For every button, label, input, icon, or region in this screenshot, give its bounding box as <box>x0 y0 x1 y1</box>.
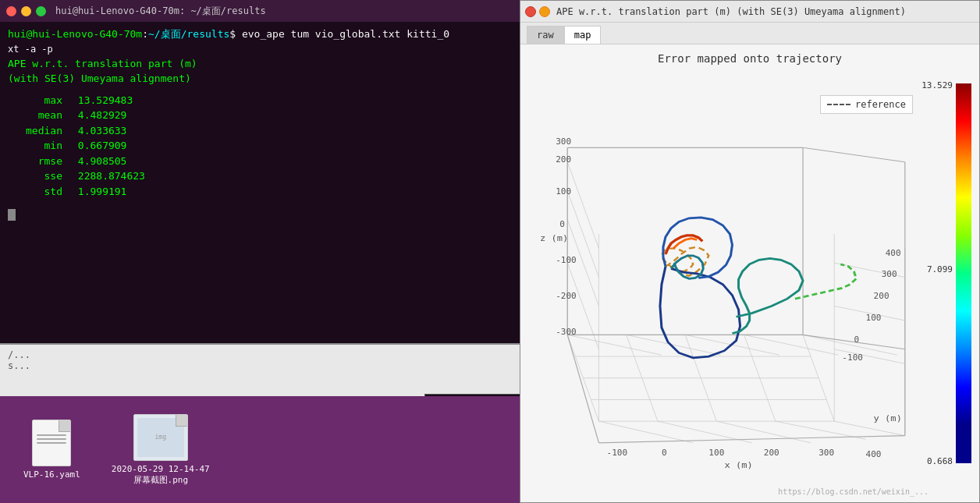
z-tick-neg200: -200 <box>556 292 577 301</box>
png-file-icon: img <box>133 414 188 461</box>
colorbar-mid-label: 7.099 <box>927 264 953 275</box>
stat-max-label: max <box>8 93 62 108</box>
plot-minimize-button[interactable] <box>539 6 550 17</box>
box-outline <box>567 147 905 443</box>
x-tick-100: 100 <box>708 448 724 458</box>
maximize-button[interactable] <box>36 6 46 16</box>
y-tick-200: 200 <box>874 292 889 301</box>
stat-sse-label: sse <box>8 168 62 184</box>
z-tick-300: 300 <box>556 136 571 146</box>
stat-std-label: std <box>8 184 62 200</box>
ape-header1: APE w.r.t. translation part (m) <box>8 56 513 72</box>
plot-chart-title: Error mapped onto trajectory <box>658 52 842 65</box>
stat-min-label: min <box>8 138 62 154</box>
grid-right <box>834 234 905 436</box>
grid-left <box>567 147 598 421</box>
y-tick-400: 400 <box>886 248 901 257</box>
trajectory-plot: -100 0 100 200 300 400 -100 0 100 200 30… <box>536 76 929 479</box>
y-tick-300: 300 <box>882 270 897 279</box>
plot-tabs: raw map <box>520 23 979 44</box>
z-tick-0: 0 <box>559 219 565 228</box>
prompt-path: ~/桌面/results <box>148 28 229 40</box>
x-axis-label: x (m) <box>724 460 752 470</box>
png-preview: img <box>137 418 184 457</box>
terminal-titlebar: hui@hui-Lenovo-G40-70m: ~/桌面/results <box>0 0 521 22</box>
stat-sse-value: 2288.874623 <box>78 170 145 182</box>
x-tick-200: 200 <box>764 448 779 458</box>
terminal-lower-area: /...s... <box>0 343 521 398</box>
z-tick-neg100: -100 <box>556 255 577 264</box>
trajectory-green <box>795 264 856 299</box>
prompt-user: hui@hui-Lenovo-G40-70m <box>8 28 142 40</box>
yaml-file-lines <box>37 434 66 446</box>
svg-line-10 <box>598 421 693 443</box>
watermark: https://blog.csdn.net/weixin_... <box>778 487 929 496</box>
minimize-button[interactable] <box>21 6 31 16</box>
terminal-title: hui@hui-Lenovo-G40-70m: ~/桌面/results <box>55 5 266 18</box>
close-button[interactable] <box>6 6 16 16</box>
stat-max: max 13.529483 <box>8 93 513 108</box>
stat-median: median 4.033633 <box>8 123 513 139</box>
y-tick-0: 0 <box>854 335 859 344</box>
stat-rmse: rmse 4.908505 <box>8 154 513 169</box>
stat-median-value: 4.033633 <box>78 125 127 136</box>
plot-body: Error mapped onto trajectory reference 1… <box>520 44 979 502</box>
trajectory-right <box>733 258 804 333</box>
colorbar-min-label: 0.668 <box>927 456 953 466</box>
cmd-continuation: xt -a -p <box>8 42 513 56</box>
desktop-area: VLP-16.yaml img 2020-05-29 12-14-47 屏幕截图… <box>0 396 521 503</box>
tab-raw[interactable]: raw <box>527 26 564 44</box>
lower-text: /...s... <box>0 345 521 376</box>
stat-min: min 0.667909 <box>8 138 513 154</box>
yaml-file-icon <box>32 420 71 466</box>
x-tick-neg100: -100 <box>607 448 628 458</box>
svg-line-25 <box>567 162 598 249</box>
tab-map[interactable]: map <box>564 26 602 44</box>
cursor <box>8 209 16 221</box>
stat-mean: mean 4.482929 <box>8 108 513 123</box>
svg-line-16 <box>627 335 721 355</box>
y-tick-neg100: -100 <box>842 352 863 362</box>
stat-rmse-value: 4.908505 <box>78 155 127 167</box>
desktop-icon-png[interactable]: img 2020-05-29 12-14-47 屏幕截图.png <box>112 414 210 486</box>
svg-line-15 <box>567 335 662 355</box>
stat-max-value: 13.529483 <box>78 94 133 106</box>
terminal-prompt-line: hui@hui-Lenovo-G40-70m:~/桌面/results$ evo… <box>8 27 513 42</box>
stat-std-value: 1.999191 <box>78 186 127 197</box>
stat-mean-value: 4.482929 <box>78 109 127 121</box>
x-tick-400: 400 <box>866 450 882 459</box>
stat-median-label: median <box>8 123 62 139</box>
plot-titlebar: APE w.r.t. translation part (m) (with SE… <box>520 1 979 23</box>
terminal-window: hui@hui-Lenovo-G40-70m: ~/桌面/results hui… <box>0 0 521 398</box>
stat-min-value: 0.667909 <box>78 140 127 151</box>
command-text: evo_ape tum vio_global.txt kitti_0 <box>242 28 449 40</box>
svg-line-39 <box>567 335 598 442</box>
terminal-body: hui@hui-Lenovo-G40-70m:~/桌面/results$ evo… <box>0 22 521 398</box>
plot-close-button[interactable] <box>525 6 536 17</box>
z-tick-100: 100 <box>556 187 571 197</box>
z-tick-neg300: -300 <box>556 328 577 337</box>
stat-std: std 1.999191 <box>8 184 513 200</box>
y-tick-100: 100 <box>866 313 882 322</box>
plot-window: APE w.r.t. translation part (m) (with SE… <box>520 0 980 503</box>
z-axis-label: z (m) <box>540 233 568 243</box>
stat-sse: sse 2288.874623 <box>8 168 513 184</box>
x-tick-0: 0 <box>662 448 667 458</box>
yaml-icon-label: VLP-16.yaml <box>23 469 80 480</box>
stat-rmse-label: rmse <box>8 154 62 169</box>
grid-bottom <box>567 335 905 442</box>
z-tick-200: 200 <box>556 154 571 164</box>
svg-line-35 <box>803 147 905 161</box>
desktop-icon-yaml[interactable]: VLP-16.yaml <box>23 420 80 480</box>
colorbar <box>956 83 971 463</box>
plot-window-title: APE w.r.t. translation part (m) (with SE… <box>556 6 906 17</box>
x-tick-300: 300 <box>818 448 834 458</box>
y-axis-label: y (m) <box>874 413 902 423</box>
svg-line-38 <box>598 436 904 443</box>
ape-header2: (with SE(3) Umeyama alignment) <box>8 71 513 87</box>
cursor-line <box>8 207 513 222</box>
png-icon-label: 2020-05-29 12-14-47 屏幕截图.png <box>112 464 210 486</box>
stat-mean-label: mean <box>8 108 62 123</box>
